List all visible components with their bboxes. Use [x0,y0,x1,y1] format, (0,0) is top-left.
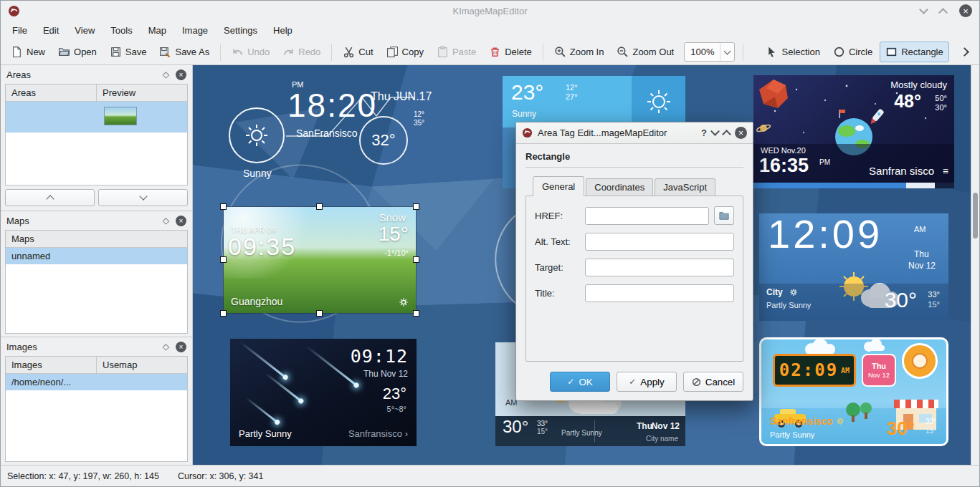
usemap-column-header[interactable]: Usemap [97,357,187,373]
minimize-icon[interactable] [710,127,720,136]
copy-icon [386,46,399,58]
minimize-icon[interactable] [919,5,928,14]
apply-button[interactable]: ✓ Apply [617,372,677,392]
menu-tools[interactable]: Tools [103,22,139,39]
area-row[interactable] [6,102,187,132]
zoom-dropdown-button[interactable] [720,43,734,61]
w1-temp-circle: 32° [359,116,408,165]
selection-handle-e[interactable] [413,256,419,263]
menu-help[interactable]: Help [266,22,300,39]
tab-coordinates[interactable]: Coordinates [586,178,653,196]
status-cursor: Cursor: x: 306, y: 341 [178,471,264,481]
zoom-level-select[interactable]: 100% [684,42,735,62]
target-input[interactable] [585,259,734,276]
menu-file[interactable]: File [5,22,34,39]
selection-handle-w[interactable] [220,256,227,263]
delete-button[interactable]: Delete [483,42,538,62]
close-icon[interactable]: × [959,4,972,17]
areas-column-header[interactable]: Areas [6,85,97,101]
w6-date: Nov 12 [908,261,936,271]
general-tab-panel: HREF: Alt. Text: Target: [525,196,743,362]
image-row[interactable]: /home/neon/... [6,374,187,390]
images-column-header[interactable]: Images [6,357,97,373]
ok-button[interactable]: ✓ OK [550,372,610,392]
zoom-in-icon [554,46,566,58]
w4-time: 09:35 [228,233,296,261]
tab-general[interactable]: General [533,176,584,196]
w1-date: Thu JUN.17 [371,90,432,103]
close-panel-icon[interactable]: × [176,69,186,80]
browse-button[interactable] [714,206,734,225]
paste-button[interactable]: Paste [431,42,482,62]
float-panel-icon[interactable]: ◇ [163,216,169,226]
menu-edit[interactable]: Edit [36,22,66,39]
titlebar[interactable]: KImageMapEditor × [1,1,979,21]
menu-map[interactable]: Map [141,22,173,39]
alt-text-input[interactable] [585,233,734,251]
selection-handle-n[interactable] [316,203,323,210]
close-panel-icon[interactable]: × [176,342,186,352]
app-window: KImageMapEditor × File Edit View Tools M… [0,0,980,487]
open-label: Open [74,47,97,57]
new-button[interactable]: New [5,42,51,62]
save-button[interactable]: Save [104,42,153,62]
open-button[interactable]: Open [52,42,103,62]
move-area-down-button[interactable] [98,189,188,206]
menu-settings[interactable]: Settings [217,22,265,39]
selection-handle-ne[interactable] [413,203,419,210]
float-panel-icon[interactable]: ◇ [163,342,169,352]
areas-panel-title: Areas [6,69,156,80]
w1-temp: 32° [371,131,395,150]
selection-handle-se[interactable] [413,310,419,317]
zoom-in-button[interactable]: Zoom In [548,42,610,62]
maximize-icon[interactable] [938,8,948,17]
w5-city: Sanfransisco › [348,428,408,439]
selection-handle-s[interactable] [316,310,323,317]
menu-image[interactable]: Image [175,22,215,39]
title-input[interactable] [585,284,734,302]
w3-hi: 50° [935,94,947,102]
maps-column-header[interactable]: Maps [6,231,187,247]
widget-grass-selected[interactable]: THU APR 04 09:35 Snow 15° -1°/10° Guangz… [223,206,417,314]
ok-label: OK [579,377,592,387]
w7-temp: 30° [503,417,528,437]
copy-button[interactable]: Copy [381,42,429,62]
zoom-out-button[interactable]: Zoom Out [611,42,680,62]
vertical-scrollbar[interactable] [971,65,979,465]
tab-javascript[interactable]: JavaScript [655,178,715,196]
w3-lo: 30° [935,103,947,112]
w3-bottom-bar [753,183,954,188]
paste-clipboard-icon [437,46,449,58]
menu-view[interactable]: View [67,22,102,39]
copy-label: Copy [402,47,424,57]
scrollbar-thumb[interactable] [973,193,978,238]
divider [525,167,743,168]
redo-button[interactable]: Redo [277,42,326,62]
w3-date: WED Nov.20 [761,146,806,155]
dialog-titlebar[interactable]: Area Tag Edit...mageMapEditor ? × [516,122,753,144]
toolbar-separator [220,44,221,61]
float-panel-icon[interactable]: ◇ [163,69,169,79]
map-row[interactable]: unnamed [6,248,187,264]
preview-column-header[interactable]: Preview [97,85,187,101]
close-panel-icon[interactable]: × [176,216,186,226]
close-icon[interactable]: × [735,127,747,139]
undo-label: Undo [247,47,270,57]
cancel-button[interactable]: Cancel [683,372,743,392]
href-input[interactable] [585,207,709,225]
maximize-icon[interactable] [722,130,731,139]
save-as-button[interactable]: Save As [153,42,215,62]
toolbar-overflow-icon[interactable] [960,47,969,57]
selection-tool-button[interactable]: Selection [760,42,825,62]
undo-button[interactable]: Undo [226,42,275,62]
move-area-up-button[interactable] [5,189,95,206]
map-editor-canvas[interactable]: Sunny PM 18:20 SanFransisco Thu JUN.17 1… [193,65,971,465]
help-icon[interactable]: ? [701,127,707,138]
rectangle-tool-button[interactable]: Rectangle [880,42,949,62]
images-panel-title: Images [6,342,156,352]
selection-handle-nw[interactable] [220,203,227,210]
selection-handle-sw[interactable] [220,310,227,317]
circle-tool-button[interactable]: Circle [827,42,878,62]
cut-scissors-icon [343,46,355,58]
cut-button[interactable]: Cut [337,42,379,62]
